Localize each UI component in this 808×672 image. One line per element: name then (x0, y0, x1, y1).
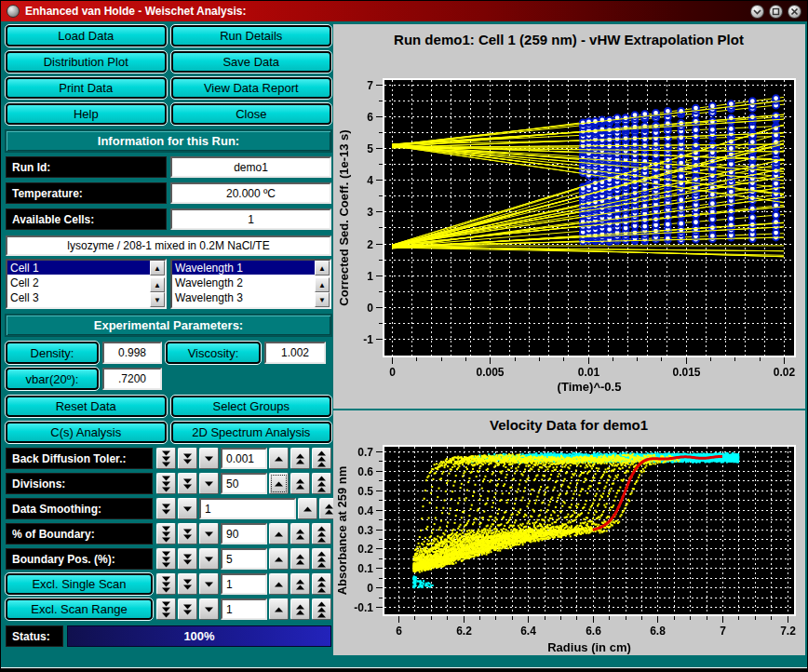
scroll-up-icon[interactable]: ▲ (315, 277, 330, 292)
spin-down-3-icon[interactable] (156, 523, 176, 544)
vhw-extrapolation-plot (333, 74, 803, 406)
spin-down-3-icon[interactable] (156, 473, 176, 494)
select-groups-button[interactable]: Select Groups (171, 396, 332, 417)
list-item-cell-3[interactable]: Cell 3 (7, 290, 150, 305)
viscosity-field[interactable]: 1.002 (264, 342, 326, 364)
scroll-down-icon[interactable]: ▼ (315, 292, 330, 307)
spin-down-2-icon[interactable] (178, 473, 197, 494)
spin-up-1-icon[interactable] (269, 523, 289, 544)
density-button[interactable]: Density: (6, 342, 99, 364)
window-icon[interactable] (7, 5, 20, 18)
spin-up-1-icon[interactable] (269, 598, 289, 620)
spin-up-3-icon[interactable] (312, 523, 331, 544)
density-field[interactable]: 0.998 (102, 342, 162, 364)
spin-up-2-icon[interactable] (290, 548, 310, 570)
excl-single-scan-field[interactable]: 1 (221, 573, 267, 595)
chevrons-up-icon (275, 531, 284, 537)
divisions-field[interactable]: 50 (221, 473, 267, 494)
spin-up-2-icon[interactable] (290, 473, 310, 494)
spin-down-2-icon[interactable] (178, 548, 197, 570)
spin-up-2-icon[interactable] (290, 448, 310, 469)
minimize-button[interactable] (750, 5, 764, 19)
chevrons-down-icon (162, 504, 171, 515)
scroll-up-icon[interactable]: ▲ (150, 277, 165, 292)
spin-down-2-icon[interactable] (178, 573, 197, 595)
run-info-header: Information for this Run: (6, 130, 331, 152)
velocity-plot-title: Velocity Data for demo1 (355, 415, 783, 436)
chevrons-up-icon (317, 526, 327, 543)
chevrons-down-icon (205, 481, 214, 487)
spin-down-3-icon[interactable] (156, 598, 176, 620)
boundary-pos-label: Boundary Pos. (%): (6, 548, 153, 570)
list-item-cell-1[interactable]: Cell 1 (7, 261, 150, 276)
reset-data-button[interactable]: Reset Data (6, 396, 167, 417)
spin-up-3-icon[interactable] (312, 448, 331, 469)
vbar-field[interactable]: .7200 (102, 368, 162, 390)
spin-down-1-icon[interactable] (199, 448, 219, 469)
chevrons-down-icon (183, 554, 193, 565)
back-diffusion-toler-field[interactable]: 0.001 (221, 448, 267, 469)
excl-single-scan-button[interactable]: Excl. Single Scan (6, 573, 153, 595)
spin-down-3-icon[interactable] (156, 548, 176, 570)
distribution-plot-button[interactable]: Distribution Plot (6, 51, 167, 73)
view-data-report-button[interactable]: View Data Report (171, 77, 332, 99)
close-button[interactable] (788, 5, 801, 19)
chevrons-down-icon (205, 456, 214, 462)
spin-down-2-icon[interactable] (178, 523, 197, 544)
spin-down-1-icon[interactable] (199, 473, 219, 494)
run-details-button[interactable]: Run Details (171, 25, 332, 47)
load-data-button[interactable]: Load Data (6, 25, 167, 47)
boundary-pos-field[interactable]: 5 (221, 548, 267, 570)
scroll-up-icon[interactable]: ▲ (315, 261, 330, 276)
cell-list-scrollbar: ▲ ▲ ▼ (150, 261, 165, 307)
spin-up-3-icon[interactable] (312, 598, 331, 620)
excl-scan-range-field[interactable]: 1 (221, 598, 267, 620)
spin-up-2-icon[interactable] (290, 598, 310, 620)
counter-rows: Back Diffusion Toler.:0.001Divisions:50D… (6, 448, 331, 620)
spin-up-2-icon[interactable] (290, 573, 310, 595)
vbar-button[interactable]: vbar(20º): (6, 368, 99, 390)
spin-down-1-icon[interactable] (199, 523, 219, 544)
spin-up-1-icon[interactable] (269, 548, 289, 570)
scroll-up-icon[interactable]: ▲ (150, 261, 165, 276)
cs-analysis-button[interactable]: C(s) Analysis (6, 422, 167, 443)
spin-up-2-icon[interactable] (290, 523, 310, 544)
spin-down-2-icon[interactable] (156, 498, 176, 519)
chevrons-up-icon (296, 453, 305, 464)
spin-down-1-icon[interactable] (199, 598, 219, 620)
spin-up-1-icon[interactable] (269, 473, 289, 494)
control-panel: Load DataRun DetailsDistribution PlotSav… (6, 25, 331, 667)
spin-down-3-icon[interactable] (156, 573, 176, 595)
2d-spectrum-analysis-button[interactable]: 2D Spectrum Analysis (171, 422, 332, 443)
list-item-wavelength-3[interactable]: Wavelength 3 (172, 290, 315, 305)
viscosity-button[interactable]: Viscosity: (166, 342, 261, 364)
help-button[interactable]: Help (6, 103, 167, 125)
spin-up-1-icon[interactable] (269, 573, 289, 595)
list-item-cell-2[interactable]: Cell 2 (7, 276, 150, 290)
list-item-wavelength-2[interactable]: Wavelength 2 (172, 276, 315, 290)
spin-down-1-icon[interactable] (178, 498, 197, 519)
spin-down-2-icon[interactable] (178, 448, 197, 469)
run-info-rows: Run Id:demo1Temperature:20.000 ºCAvailab… (6, 156, 331, 230)
spin-down-3-icon[interactable] (156, 448, 176, 469)
data-smoothing-field[interactable]: 1 (199, 498, 296, 519)
spin-down-1-icon[interactable] (199, 548, 219, 570)
spin-up-1-icon[interactable] (298, 498, 317, 519)
spin-up-3-icon[interactable] (312, 548, 331, 570)
spin-up-3-icon[interactable] (312, 473, 331, 494)
scroll-down-icon[interactable]: ▼ (150, 292, 165, 307)
spin-down-1-icon[interactable] (199, 573, 219, 595)
save-data-button[interactable]: Save Data (171, 51, 332, 73)
spin-up-1-icon[interactable] (269, 448, 289, 469)
print-data-button[interactable]: Print Data (6, 77, 167, 99)
spin-up-3-icon[interactable] (312, 573, 331, 595)
spin-down-2-icon[interactable] (178, 598, 197, 620)
list-item-wavelength-1[interactable]: Wavelength 1 (172, 261, 315, 276)
cell-listbox: Cell 1Cell 2Cell 3 ▲ ▲ ▼ (6, 259, 167, 309)
of-boundary-field[interactable]: 90 (221, 523, 267, 544)
chevron-down-icon (753, 7, 761, 16)
excl-scan-range-button[interactable]: Excl. Scan Range (6, 598, 153, 620)
close-button[interactable]: Close (171, 103, 332, 125)
maximize-button[interactable] (769, 5, 783, 19)
progress-bar: 100% (67, 625, 331, 647)
